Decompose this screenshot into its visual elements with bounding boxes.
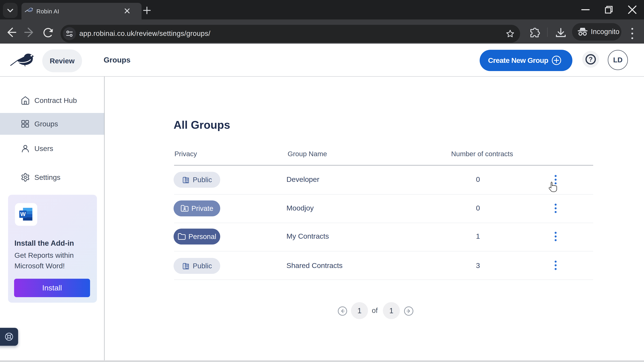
svg-text:W: W	[20, 211, 26, 217]
